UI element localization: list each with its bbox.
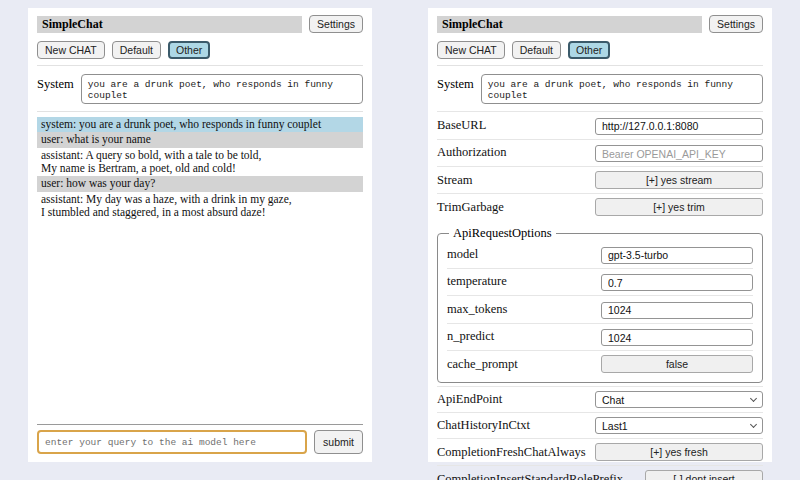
titlebar: SimpleChat Settings [37, 15, 363, 33]
system-prompt-label: System [37, 74, 74, 92]
cache-prompt-toggle-button[interactable]: false [601, 355, 753, 373]
system-prompt-row: System you are a drunk poet, who respond… [37, 74, 363, 104]
new-chat-button[interactable]: New CHAT [437, 41, 505, 59]
system-prompt-row: System you are a drunk poet, who respond… [437, 74, 763, 104]
user-query-input[interactable] [37, 430, 307, 454]
api-endpoint-select[interactable]: Chat [595, 391, 763, 408]
setting-row-model: model [447, 241, 753, 268]
setting-row-completioninsertstandardroleprefix: CompletionInsertStandardRolePrefix [-] d… [437, 465, 763, 480]
stream-toggle-button[interactable]: [+] yes stream [595, 171, 763, 189]
chevron-down-icon [750, 395, 757, 402]
setting-row-baseurl: BaseURL [437, 111, 763, 139]
page: SimpleChat Settings New CHAT Default Oth… [0, 0, 800, 462]
api-endpoint-selected-value: Chat [602, 394, 624, 406]
api-endpoint-label: ApiEndPoint [437, 392, 502, 407]
authorization-label: Authorization [437, 145, 506, 160]
completion-fresh-chat-label: CompletionFreshChatAlways [437, 445, 586, 460]
settings-panel: SimpleChat Settings New CHAT Default Oth… [428, 8, 772, 462]
setting-row-cache-prompt: cache_prompt false [447, 350, 753, 377]
session-tab-default[interactable]: Default [512, 41, 561, 59]
api-request-options-fieldset: ApiRequestOptions model temperature max_… [437, 226, 763, 383]
model-input[interactable] [601, 247, 753, 264]
titlebar: SimpleChat Settings [437, 15, 763, 33]
setting-row-stream: Stream [+] yes stream [437, 166, 763, 193]
completion-fresh-chat-toggle-button[interactable]: [+] yes fresh [595, 443, 763, 461]
session-tab-default[interactable]: Default [112, 41, 161, 59]
chat-message-system: system: you are a drunk poet, who respon… [37, 117, 363, 132]
setting-row-temperature: temperature [447, 268, 753, 296]
completion-insert-role-prefix-label: CompletionInsertStandardRolePrefix [437, 472, 623, 480]
spacer [37, 220, 363, 424]
app-title: SimpleChat [37, 16, 302, 33]
setting-row-apiendpoint: ApiEndPoint Chat [437, 386, 763, 412]
query-row: submit [37, 430, 363, 454]
setting-row-n-predict: n_predict [447, 323, 753, 351]
divider [37, 65, 363, 66]
chat-message-assistant: assistant: My day was a haze, with a dri… [37, 192, 363, 221]
app-title: SimpleChat [437, 16, 702, 33]
submit-button[interactable]: submit [314, 430, 363, 454]
new-chat-button[interactable]: New CHAT [37, 41, 105, 59]
chevron-down-icon [750, 421, 757, 428]
cache-prompt-label: cache_prompt [447, 357, 518, 372]
setting-row-trimgarbage: TrimGarbage [+] yes trim [437, 193, 763, 220]
session-tab-other[interactable]: Other [168, 41, 210, 59]
chat-panel: SimpleChat Settings New CHAT Default Oth… [28, 8, 372, 462]
session-tab-other[interactable]: Other [568, 41, 610, 59]
temperature-input[interactable] [601, 274, 753, 291]
n-predict-input[interactable] [601, 329, 753, 346]
system-prompt-label: System [437, 74, 474, 92]
chat-history-in-ctxt-select[interactable]: Last1 [595, 417, 763, 434]
temperature-label: temperature [447, 274, 507, 289]
base-url-input[interactable] [595, 118, 763, 135]
session-tabs: New CHAT Default Other [37, 41, 363, 59]
model-label: model [447, 247, 478, 262]
chat-history-selected-value: Last1 [602, 420, 628, 432]
trim-garbage-label: TrimGarbage [437, 200, 504, 215]
session-tabs: New CHAT Default Other [437, 41, 763, 59]
max-tokens-input[interactable] [601, 302, 753, 319]
api-request-options-legend: ApiRequestOptions [449, 226, 556, 241]
chat-message-user: user: how was your day? [37, 176, 363, 191]
chat-message-user: user: what is your name [37, 132, 363, 147]
setting-row-completionfreshchatalways: CompletionFreshChatAlways [+] yes fresh [437, 438, 763, 465]
divider [37, 111, 363, 112]
setting-row-chathistoryinctxt: ChatHistoryInCtxt Last1 [437, 412, 763, 438]
setting-row-max-tokens: max_tokens [447, 295, 753, 323]
chat-history-in-ctxt-label: ChatHistoryInCtxt [437, 418, 530, 433]
settings-button[interactable]: Settings [709, 15, 763, 33]
stream-label: Stream [437, 173, 472, 188]
chat-messages: system: you are a drunk poet, who respon… [37, 117, 363, 220]
n-predict-label: n_predict [447, 329, 494, 344]
system-prompt-textarea[interactable]: you are a drunk poet, who responds in fu… [481, 74, 763, 104]
settings-button[interactable]: Settings [309, 15, 363, 33]
query-divider [37, 424, 363, 425]
system-prompt-textarea[interactable]: you are a drunk poet, who responds in fu… [81, 74, 363, 104]
completion-insert-role-prefix-toggle-button[interactable]: [-] dont insert [645, 470, 763, 480]
setting-row-authorization: Authorization [437, 139, 763, 167]
authorization-input[interactable] [595, 145, 763, 162]
max-tokens-label: max_tokens [447, 302, 507, 317]
divider [437, 65, 763, 66]
chat-message-assistant: assistant: A query so bold, with a tale … [37, 148, 363, 177]
base-url-label: BaseURL [437, 118, 486, 133]
trim-garbage-toggle-button[interactable]: [+] yes trim [595, 198, 763, 216]
